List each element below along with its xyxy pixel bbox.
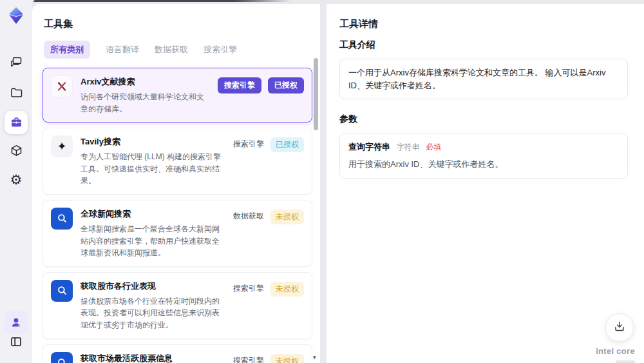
- stock-search-icon: [51, 280, 73, 302]
- tool-intro-box: 一个用于从Arxiv存储库搜索科学论文和文章的工具。 输入可以是Arxiv ID…: [339, 59, 628, 99]
- intel-brand-text: intel core: [596, 346, 635, 356]
- tool-description: 全球新闻搜索是一个聚合全球各大新闻网站内容的搜索引擎，帮助用户快速获取全球最新资…: [80, 223, 225, 259]
- status-badge: 未授权: [270, 210, 304, 224]
- tool-description: 访问各个研究领域大量科学论文和文章的存储库。: [80, 91, 210, 115]
- intro-section-heading: 工具介绍: [339, 39, 630, 51]
- tool-card-global-news[interactable]: 全球新闻搜索 全球新闻搜索是一个聚合全球各大新闻网站内容的搜索引擎，帮助用户快速…: [43, 200, 312, 267]
- tool-card-sector-performance[interactable]: 获取股市各行业表现 提供股票市场各个行业在特定时间段内的表现。投资者可以利用这些…: [43, 272, 312, 339]
- download-button[interactable]: [605, 313, 634, 342]
- category-label: 搜索引擎: [233, 282, 264, 294]
- tool-description: 专为人工智能代理 (LLM) 构建的搜索引擎工具。可快速提供实时、准确和真实的结…: [80, 151, 225, 187]
- sidebar-rail: ⚙: [0, 0, 32, 363]
- tool-card-most-active-stocks[interactable]: 获取市场最活跃股票信息 提供当天交易量最高的股票列表，投资者可以利用这些信息来识…: [43, 344, 312, 363]
- sidebar-item-chat[interactable]: [5, 50, 28, 74]
- scroll-down-arrow[interactable]: ▾: [313, 354, 316, 360]
- cube-icon: [10, 144, 23, 157]
- tab-language-translation[interactable]: 语言翻译: [106, 41, 139, 59]
- status-badge: 已授权: [270, 137, 304, 152]
- gear-icon: ⚙: [10, 173, 23, 186]
- parameter-box: 查询字符串 字符串 必填 用于搜索的Arxiv ID、关键字或作者姓名。: [339, 133, 628, 179]
- category-tabs: 所有类别 语言翻译 数据获取 搜索引擎: [44, 41, 310, 59]
- chat-icon: [10, 55, 23, 69]
- intel-ultra-badge: [616, 360, 635, 363]
- tool-name: Arxiv文献搜索: [80, 76, 210, 88]
- status-badge: 未授权: [270, 354, 304, 363]
- category-badge[interactable]: 搜索引擎: [218, 77, 261, 93]
- tool-card-list: Arxiv文献搜索 访问各个研究领域大量科学论文和文章的存储库。 搜索引擎 已授…: [43, 68, 312, 363]
- intel-core-logo: intel core: [596, 346, 635, 363]
- tool-card-arxiv[interactable]: Arxiv文献搜索 访问各个研究领域大量科学论文和文章的存储库。 搜索引擎 已授…: [43, 68, 312, 123]
- tool-description: 提供股票市场各个行业在特定时间段内的表现。投资者可以利用这些信息来识别表现优于或…: [80, 295, 225, 331]
- param-required-flag: 必填: [426, 142, 441, 152]
- news-search-icon: [51, 208, 73, 230]
- app-logo: [6, 5, 26, 26]
- sidebar-item-files[interactable]: [5, 81, 28, 104]
- sidebar-item-settings[interactable]: ⚙: [5, 168, 28, 191]
- status-badge: 未授权: [270, 282, 304, 297]
- status-badge[interactable]: 已授权: [268, 77, 304, 93]
- tools-panel: 工具集 所有类别 语言翻译 数据获取 搜索引擎 Arxiv文献搜索 访问各个研究…: [32, 4, 320, 363]
- category-label: 搜索引擎: [233, 137, 264, 150]
- download-icon: [613, 320, 626, 335]
- category-label: 数据获取: [233, 210, 264, 222]
- tool-name: 获取股市各行业表现: [80, 280, 225, 292]
- tool-card-tavily[interactable]: ✦ Tavily搜索 专为人工智能代理 (LLM) 构建的搜索引擎工具。可快速提…: [43, 128, 312, 195]
- param-type: 字符串: [397, 142, 420, 152]
- category-label: 搜索引擎: [233, 354, 264, 363]
- list-scrollbar[interactable]: ▾: [314, 54, 318, 358]
- stock-search-icon: [51, 352, 73, 363]
- detail-panel-title: 工具详情: [339, 18, 630, 30]
- tavily-star-icon: ✦: [51, 135, 73, 157]
- arxiv-logo-icon: [51, 75, 73, 97]
- sidebar-item-panel-toggle[interactable]: [5, 330, 28, 353]
- user-icon: [10, 316, 23, 329]
- tool-detail-panel: 工具详情 工具介绍 一个用于从Arxiv存储库搜索科学论文和文章的工具。 输入可…: [327, 4, 644, 363]
- tool-name: Tavily搜索: [80, 136, 225, 148]
- sidebar-item-tools[interactable]: [5, 111, 28, 134]
- window-top-edge: [33, 0, 291, 2]
- param-name: 查询字符串: [348, 142, 390, 152]
- briefcase-icon: [10, 116, 23, 130]
- page-title: 工具集: [44, 18, 310, 30]
- tab-data-fetch[interactable]: 数据获取: [155, 41, 188, 59]
- scrollbar-thumb[interactable]: [314, 58, 318, 130]
- tool-name: 全球新闻搜索: [80, 208, 225, 220]
- params-section-heading: 参数: [339, 113, 630, 125]
- tab-search-engine[interactable]: 搜索引擎: [204, 41, 237, 59]
- sidebar-item-models[interactable]: [5, 139, 28, 162]
- folder-icon: [10, 86, 23, 99]
- tab-all-categories[interactable]: 所有类别: [44, 41, 90, 59]
- param-description: 用于搜索的Arxiv ID、关键字或作者姓名。: [348, 159, 619, 170]
- panel-layout-icon: [10, 335, 23, 348]
- tool-name: 获取市场最活跃股票信息: [80, 353, 225, 363]
